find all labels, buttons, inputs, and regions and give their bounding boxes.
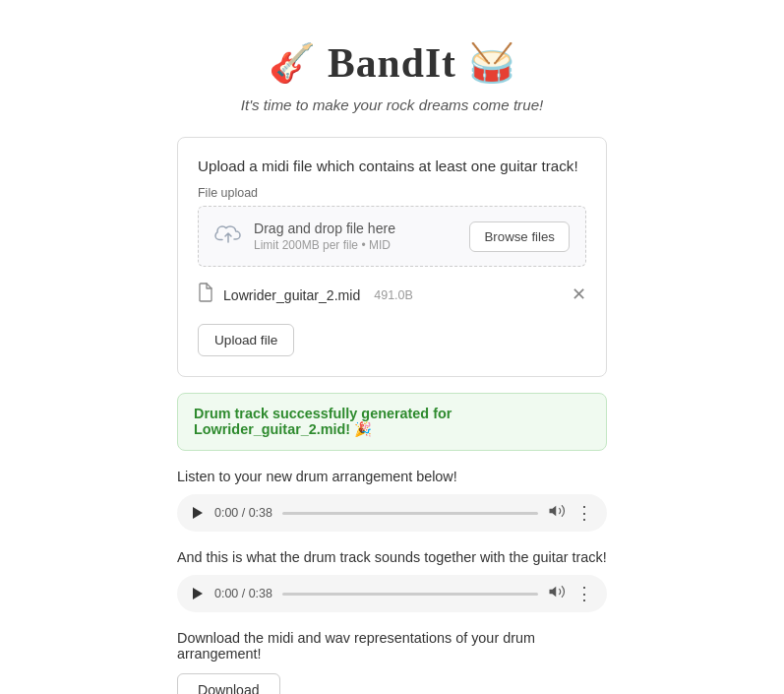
cloud-upload-icon	[214, 222, 242, 251]
file-item: Lowrider_guitar_2.mid 491.0B ✕	[198, 279, 586, 316]
file-size: 491.0B	[374, 288, 413, 302]
upload-file-button[interactable]: Upload file	[198, 324, 294, 356]
audio-player-1: 0:00 / 0:38 ⋮	[177, 494, 607, 532]
audio1-label: Listen to your new drum arrangement belo…	[177, 469, 607, 484]
progress-bar-2[interactable]	[282, 593, 538, 596]
play-button-2[interactable]	[191, 588, 205, 599]
progress-bar-1[interactable]	[282, 512, 538, 515]
tagline: It's time to make your rock dreams come …	[177, 96, 607, 113]
time-display-1: 0:00 / 0:38	[214, 506, 272, 520]
more-icon-2[interactable]: ⋮	[575, 584, 593, 604]
audio-player-2: 0:00 / 0:38 ⋮	[177, 575, 607, 612]
play-icon-2	[193, 588, 203, 599]
page-header: 🎸 BandIt 🥁	[177, 39, 607, 87]
dropzone-primary-text: Drag and drop file here	[254, 221, 395, 236]
app-title: BandIt	[328, 39, 456, 87]
success-banner: Drum track successfully generated for Lo…	[177, 393, 607, 451]
more-icon-1[interactable]: ⋮	[575, 503, 593, 524]
play-button-1[interactable]	[191, 507, 205, 519]
upload-section: Upload a midi file which contains at lea…	[177, 137, 607, 377]
file-upload-label: File upload	[198, 186, 586, 200]
volume-icon-1[interactable]	[548, 502, 566, 524]
download-section-label: Download the midi and wav representation…	[177, 630, 607, 662]
guitar-emoji: 🎸	[269, 40, 316, 86]
play-icon-1	[193, 507, 203, 519]
dropzone-text-area: Drag and drop file here Limit 200MB per …	[254, 221, 395, 252]
dropzone[interactable]: Drag and drop file here Limit 200MB per …	[198, 206, 586, 267]
file-icon	[198, 283, 213, 307]
audio2-label: And this is what the drum track sounds t…	[177, 549, 607, 565]
file-name: Lowrider_guitar_2.mid	[223, 287, 360, 303]
browse-files-button[interactable]: Browse files	[469, 221, 570, 252]
file-remove-button[interactable]: ✕	[572, 286, 586, 304]
time-display-2: 0:00 / 0:38	[214, 587, 272, 600]
download-button[interactable]: Download	[177, 673, 280, 694]
drum-emoji: 🥁	[468, 40, 515, 86]
upload-instruction: Upload a midi file which contains at lea…	[198, 158, 586, 174]
dropzone-secondary-text: Limit 200MB per file • MID	[254, 238, 395, 252]
success-text: Drum track successfully generated for Lo…	[194, 406, 452, 437]
dropzone-left: Drag and drop file here Limit 200MB per …	[214, 221, 395, 252]
volume-icon-2[interactable]	[548, 583, 566, 604]
